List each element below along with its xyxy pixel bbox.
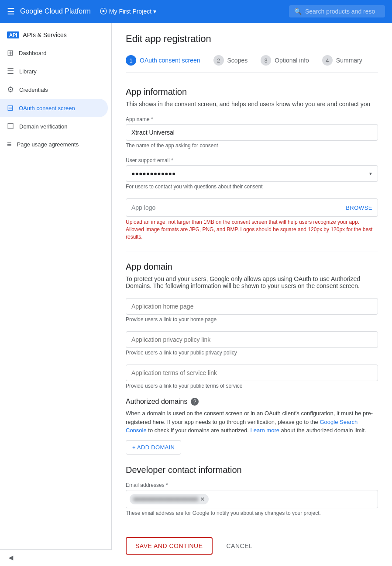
dev-email-hint: These email address are for Google to no… bbox=[126, 510, 378, 516]
sidebar-item-credentials[interactable]: ⚙ Credentials bbox=[0, 80, 108, 99]
action-row: SAVE AND CONTINUE CANCEL bbox=[126, 530, 378, 555]
privacy-policy-input[interactable] bbox=[126, 331, 378, 348]
user-email-label: User support email * bbox=[126, 157, 378, 163]
chip-remove-icon[interactable]: ✕ bbox=[200, 496, 205, 503]
dev-email-label: Email addresses * bbox=[126, 482, 378, 488]
terms-input[interactable] bbox=[126, 365, 378, 381]
dashboard-icon: ⊞ bbox=[7, 48, 14, 58]
sidebar-item-library[interactable]: ☰ Library bbox=[0, 62, 108, 80]
hamburger-icon[interactable]: ☰ bbox=[7, 6, 15, 17]
user-email-field: User support email * ●●●●●●●●●●●● For us… bbox=[126, 157, 378, 190]
auth-domains-desc: When a domain is used on the consent scr… bbox=[126, 409, 378, 435]
step-3-number: 3 bbox=[261, 55, 271, 66]
project-dropdown-icon: ▾ bbox=[153, 8, 156, 15]
app-name-hint: The name of the app asking for consent bbox=[126, 142, 378, 149]
sidebar-item-page-usage[interactable]: ≡ Page usage agreements bbox=[0, 135, 108, 153]
step-4-label: Summary bbox=[336, 57, 362, 64]
logo-upload-area: App logo BROWSE bbox=[126, 198, 378, 217]
step-2-label: Scopes bbox=[227, 57, 248, 64]
step-divider-2: — bbox=[251, 57, 257, 64]
app-domain-desc: To protect you and your users, Google on… bbox=[126, 275, 378, 289]
sidebar-item-label: Page usage agreements bbox=[17, 141, 79, 148]
sidebar-item-label: Library bbox=[19, 68, 37, 75]
app-info-title: App information bbox=[126, 87, 378, 97]
domain-icon: ☐ bbox=[7, 122, 14, 131]
top-navigation: ☰ Google Cloud Platform ⦿ My First Proje… bbox=[0, 0, 392, 23]
privacy-policy-field: Provide users a link to your public priv… bbox=[126, 331, 378, 356]
homepage-field: Provide users a link to your home page bbox=[126, 298, 378, 323]
credentials-icon: ⚙ bbox=[7, 85, 14, 94]
auth-domains-header: Authorized domains ? bbox=[126, 398, 378, 406]
email-chip-container[interactable]: ●●●●●●●●●●●●●●●●●●● ✕ bbox=[126, 490, 378, 508]
app-domain-title: App domain bbox=[126, 262, 378, 272]
sidebar-item-dashboard[interactable]: ⊞ Dashboard bbox=[0, 44, 108, 62]
step-divider-3: — bbox=[313, 57, 319, 64]
sidebar-item-label: OAuth consent screen bbox=[19, 105, 75, 111]
step-3[interactable]: 3 Optional info bbox=[261, 55, 309, 66]
oauth-icon: ⊟ bbox=[7, 103, 14, 113]
user-email-hint: For users to contact you with questions … bbox=[126, 184, 378, 190]
terms-of-service-field: Provide users a link to your public term… bbox=[126, 365, 378, 389]
user-email-select[interactable]: ●●●●●●●●●●●● bbox=[126, 165, 378, 182]
app-name-field: App name * The name of the app asking fo… bbox=[126, 116, 378, 149]
project-selector[interactable]: ⦿ My First Project ▾ bbox=[100, 7, 156, 16]
sidebar-collapse-button[interactable]: ◄ bbox=[0, 549, 112, 566]
email-chip-value: ●●●●●●●●●●●●●●●●●●● bbox=[133, 496, 198, 502]
step-1[interactable]: 1 OAuth consent screen bbox=[126, 55, 200, 66]
email-chip: ●●●●●●●●●●●●●●●●●●● ✕ bbox=[130, 494, 209, 504]
step-2[interactable]: 2 Scopes bbox=[213, 55, 248, 66]
section-divider-1 bbox=[126, 251, 378, 251]
app-info-desc: This shows in the consent screen, and he… bbox=[126, 101, 378, 108]
add-domain-button[interactable]: + ADD DOMAIN bbox=[126, 440, 181, 455]
main-content: Edit app registration 1 OAuth consent sc… bbox=[112, 23, 392, 566]
api-badge: API bbox=[7, 31, 19, 38]
terms-hint: Provide users a link to your public term… bbox=[126, 383, 378, 389]
logo-hint: Upload an image, not larger than 1MB on … bbox=[126, 219, 378, 240]
sidebar-item-label: Dashboard bbox=[19, 50, 47, 56]
learn-more-link[interactable]: Learn more bbox=[250, 427, 279, 434]
step-2-number: 2 bbox=[213, 55, 224, 66]
search-bar[interactable]: 🔍 bbox=[289, 5, 385, 17]
search-input[interactable] bbox=[305, 8, 375, 15]
homepage-hint: Provide users a link to your home page bbox=[126, 316, 378, 323]
sidebar-item-oauth-consent[interactable]: ⊟ OAuth consent screen bbox=[0, 99, 108, 117]
help-icon[interactable]: ? bbox=[191, 398, 199, 406]
brand-name: Google Cloud Platform bbox=[20, 7, 91, 15]
dev-email-field: Email addresses * ●●●●●●●●●●●●●●●●●●● ✕ … bbox=[126, 482, 378, 516]
app-name-input[interactable] bbox=[126, 124, 378, 141]
library-icon: ☰ bbox=[7, 66, 14, 76]
step-4-number: 4 bbox=[322, 55, 333, 66]
save-and-continue-button[interactable]: SAVE AND CONTINUE bbox=[126, 537, 213, 555]
privacy-policy-hint: Provide users a link to your public priv… bbox=[126, 350, 378, 356]
step-4[interactable]: 4 Summary bbox=[322, 55, 362, 66]
app-name-label: App name * bbox=[126, 116, 378, 122]
cancel-button[interactable]: CANCEL bbox=[220, 538, 260, 554]
step-1-number: 1 bbox=[126, 55, 136, 66]
sidebar-item-label: Domain verification bbox=[19, 123, 68, 130]
browse-button[interactable]: BROWSE bbox=[346, 205, 372, 211]
user-email-select-wrapper: ●●●●●●●●●●●● bbox=[126, 165, 378, 182]
step-3-label: Optional info bbox=[275, 57, 309, 64]
page-usage-icon: ≡ bbox=[7, 140, 12, 149]
search-icon: 🔍 bbox=[294, 8, 302, 15]
homepage-input[interactable] bbox=[126, 298, 378, 315]
page-layout: API APIs & Services ⊞ Dashboard ☰ Librar… bbox=[0, 23, 392, 566]
step-1-label: OAuth consent screen bbox=[140, 57, 200, 64]
dev-contact-title: Developer contact information bbox=[126, 465, 378, 475]
sidebar-header: API APIs & Services bbox=[0, 26, 111, 44]
app-logo-field: App logo BROWSE Upload an image, not lar… bbox=[126, 198, 378, 240]
project-name: My First Project bbox=[109, 8, 151, 15]
auth-domains-title: Authorized domains bbox=[126, 398, 187, 406]
page-title: Edit app registration bbox=[126, 33, 378, 45]
collapse-icon: ◄ bbox=[7, 553, 15, 562]
sidebar-item-domain-verification[interactable]: ☐ Domain verification bbox=[0, 117, 108, 135]
stepper: 1 OAuth consent screen — 2 Scopes — 3 Op… bbox=[126, 55, 378, 73]
sidebar-item-label: Credentials bbox=[19, 87, 48, 93]
project-icon: ⦿ bbox=[100, 7, 107, 16]
logo-upload-label: App logo bbox=[131, 204, 155, 211]
sidebar-title: APIs & Services bbox=[23, 31, 66, 38]
sidebar: API APIs & Services ⊞ Dashboard ☰ Librar… bbox=[0, 23, 112, 566]
step-divider-1: — bbox=[204, 57, 210, 64]
